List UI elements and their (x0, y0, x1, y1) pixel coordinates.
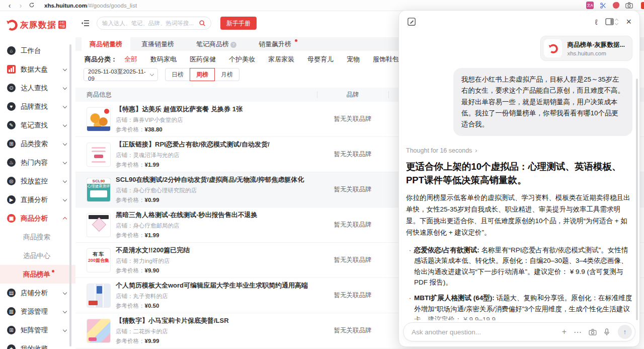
camera-icon[interactable] (589, 329, 597, 335)
shop-icon: ▤ (7, 289, 16, 297)
chevron-down-icon (63, 123, 67, 127)
category-apparel[interactable]: 服饰鞋包 (373, 55, 399, 64)
sidebar-scrollbar[interactable] (69, 44, 71, 346)
tab-note-product-ranking[interactable]: 笔记商品榜? (185, 37, 248, 51)
huitun-logo-icon (5, 18, 18, 31)
grid-icon: ⊞ (7, 139, 16, 148)
tab-sales-surge-ranking[interactable]: 销量飙升榜 (248, 37, 302, 51)
sidebar-item-resource-management[interactable]: ▥资源管理 (0, 302, 75, 321)
attach-plus-icon[interactable]: + (562, 327, 567, 336)
submenu-item-selection-center[interactable]: 选品中心 (0, 246, 75, 265)
chat-panel-header: ℓ × (399, 11, 639, 33)
new-chat-icon[interactable] (407, 17, 416, 26)
extension-dot-icon[interactable] (613, 2, 619, 9)
browser-bar: ‹ › xhs.huitun.com/#/goods/goods_list 文A (0, 0, 644, 11)
category-all[interactable]: 全部 (124, 55, 137, 64)
chevron-down-icon (63, 67, 67, 71)
translate-icon[interactable]: 文A (586, 2, 594, 9)
app-logo[interactable]: 灰豚数据 小红书版 (0, 11, 75, 38)
chevron-down-icon (63, 104, 67, 108)
period-weekly[interactable]: 周榜 (190, 68, 215, 81)
category-home[interactable]: 家居家装 (268, 55, 294, 64)
sidebar-item-matrix-management[interactable]: ⊞矩阵管理 (0, 321, 75, 339)
sidebar-item-workbench[interactable]: ⌂工作台 (0, 41, 75, 60)
clipped-toolbar-icon[interactable] (641, 2, 644, 9)
chat-input[interactable] (412, 328, 562, 336)
brand-cell: 暂无关联品牌 (317, 291, 388, 300)
submenu-item-product-search[interactable]: 商品搜索 (0, 228, 75, 246)
category-digital[interactable]: 数码家电 (150, 55, 177, 64)
date-range-select[interactable]: 2025-11-03至2025-11-09 (84, 68, 158, 81)
product-thumbnail (87, 107, 111, 131)
search-input[interactable] (102, 20, 196, 26)
category-health[interactable]: 医药保健 (190, 55, 216, 64)
ai-chat-panel: ℓ × 商品榜单-灰豚数据... xhs.huitun.com 我想在小红书上卖… (398, 10, 640, 347)
brand-cell: 暂无关联品牌 (317, 185, 388, 194)
thought-toggle[interactable]: Thought for 16 seconds› (406, 147, 633, 154)
sidebar-item-shop-analysis[interactable]: ▤店铺分析 (0, 284, 75, 302)
bullet-item: ·MBTI扩展人格测试 (64型): 话题大、复购和分享强。原创化：在标准维度外… (406, 293, 633, 320)
send-button[interactable]: ↑ (618, 325, 632, 339)
back-icon[interactable]: ‹ (4, 2, 15, 10)
pen-icon[interactable]: ℓ (595, 18, 598, 26)
resource-icon: ▥ (7, 307, 16, 316)
chevron-down-icon (63, 142, 67, 146)
forward-icon[interactable]: › (15, 2, 26, 10)
product-thumbnail (87, 319, 111, 343)
app-logo-text: 灰豚数据 (20, 19, 56, 31)
period-monthly[interactable]: 月榜 (214, 68, 239, 81)
product-thumbnail (87, 143, 111, 167)
bar-chart-icon (7, 65, 16, 74)
product-thumbnail: SCL90 心理健康测评 (87, 178, 111, 202)
column-divider (317, 91, 317, 98)
scissors-icon[interactable] (600, 2, 607, 9)
brand-cell: 暂无关联品牌 (317, 150, 388, 159)
search-icon[interactable] (199, 20, 206, 27)
address-bar[interactable]: xhs.huitun.com/#/goods/goods_list (44, 3, 137, 9)
sidebar-item-data-dashboard[interactable]: 数据大盘 (0, 60, 75, 79)
assistant-intro: 你拉的周榜显示低客单价的虚拟测试、学习资料、模板类在近期卖得稳且出单快，女性25… (406, 192, 633, 239)
sidebar-item-live-analysis[interactable]: ▶直播分析 (0, 190, 75, 209)
play-icon: ▶ (7, 195, 16, 204)
resize-chevrons-icon (615, 19, 618, 25)
beginner-manual-button[interactable]: 新手手册 (220, 17, 257, 30)
reload-icon[interactable] (26, 2, 37, 10)
chevron-down-icon (63, 291, 67, 295)
help-icon[interactable]: ? (230, 42, 236, 48)
global-search (97, 17, 211, 30)
category-pets[interactable]: 宠物 (347, 55, 360, 64)
site-context-card[interactable]: 商品榜单-灰豚数据... xhs.huitun.com (540, 36, 632, 61)
brand-cell: 暂无关联品牌 (317, 326, 388, 335)
sidebar-item-note-search[interactable]: ✎笔记查找 (0, 116, 75, 134)
chat-scrollbar[interactable] (636, 79, 638, 320)
camera-icon[interactable] (625, 2, 633, 9)
more-options-icon[interactable]: ⋯ (574, 327, 582, 337)
brand-cell: 暂无关联品牌 (317, 256, 388, 264)
period-daily[interactable]: 日榜 (165, 68, 190, 81)
screen: ‹ › xhs.huitun.com/#/goods/goods_list 文A… (0, 0, 644, 349)
chevron-down-icon (63, 179, 67, 183)
submenu-item-product-ranking[interactable]: 商品榜单 (0, 265, 75, 284)
category-baby[interactable]: 母婴育儿 (307, 55, 334, 64)
tab-product-sales-ranking[interactable]: 商品销量榜 (82, 37, 130, 51)
sidebar-item-brand-search[interactable]: ♥品牌查找 (0, 97, 75, 116)
close-icon[interactable]: × (626, 17, 631, 26)
sidebar-layout-icon[interactable] (605, 18, 618, 25)
sidebar-item-influencer-search[interactable]: ⊙达人查找 (0, 79, 75, 97)
sidebar-item-category-search[interactable]: ⊞品类搜索 (0, 134, 75, 153)
product-thumbnail (87, 284, 111, 308)
chevron-down-icon (63, 328, 67, 332)
category-beauty[interactable]: 个护美妆 (229, 55, 255, 64)
site-logo (544, 39, 562, 57)
sidebar-item-product-analysis[interactable]: ▣商品分析 (0, 209, 75, 228)
microphone-icon[interactable] (604, 328, 610, 336)
notification-dot (52, 270, 54, 272)
sidebar-item-hot-content[interactable]: ♨热门内容 (0, 153, 75, 172)
sidebar-item-favorites[interactable]: ★我的收藏 (0, 339, 75, 349)
tab-live-sales-ranking[interactable]: 直播销量榜 (130, 37, 185, 51)
product-icon: ▣ (7, 214, 16, 223)
collapse-sidebar-icon[interactable] (80, 18, 91, 28)
sidebar-item-ad-monitor[interactable]: ◎投放监控 (0, 172, 75, 190)
site-card-title: 商品榜单-灰豚数据... (567, 41, 625, 49)
assistant-heading: 更适合你上架的10个虚拟品：心理测试、英语模板、PPT课件等低决策高销量款。 (406, 160, 633, 187)
